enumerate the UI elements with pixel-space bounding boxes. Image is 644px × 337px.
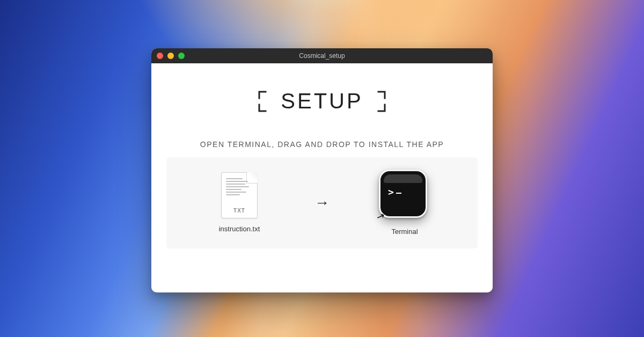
terminal-icon: > <box>379 170 427 218</box>
setup-heading-text: SETUP <box>281 89 363 113</box>
bracket-left-icon <box>258 91 272 112</box>
window-controls <box>157 53 185 59</box>
text-file-icon: TXT <box>221 172 258 218</box>
arrow-right-icon: → <box>314 194 330 211</box>
target-app[interactable]: > ↗ Terminal <box>362 170 448 236</box>
terminal-prompt-icon: > <box>388 186 401 197</box>
window-title: Cosmical_setup <box>151 52 493 60</box>
installer-window: Cosmical_setup SETUP OPEN TERMINAL, DRAG… <box>151 48 493 292</box>
window-content: SETUP OPEN TERMINAL, DRAG AND DROP TO IN… <box>151 63 493 261</box>
source-file-label: instruction.txt <box>219 225 260 233</box>
instruction-text: OPEN TERMINAL, DRAG AND DROP TO INSTALL … <box>166 140 478 149</box>
desktop-wallpaper: Cosmical_setup SETUP OPEN TERMINAL, DRAG… <box>0 0 644 337</box>
zoom-button[interactable] <box>178 53 185 59</box>
text-file-lines-icon <box>226 178 252 195</box>
text-badge: TXT <box>222 208 257 214</box>
setup-heading: SETUP <box>258 89 385 113</box>
alias-arrow-icon: ↗ <box>375 209 387 223</box>
bracket-right-icon <box>372 91 386 112</box>
window-titlebar[interactable]: Cosmical_setup <box>151 48 493 63</box>
drag-drop-tray: TXT instruction.txt → > ↗ Terminal <box>166 157 478 248</box>
close-button[interactable] <box>157 53 163 59</box>
target-app-label: Terminal <box>391 228 418 236</box>
source-file[interactable]: TXT instruction.txt <box>196 172 282 233</box>
minimize-button[interactable] <box>167 53 174 59</box>
